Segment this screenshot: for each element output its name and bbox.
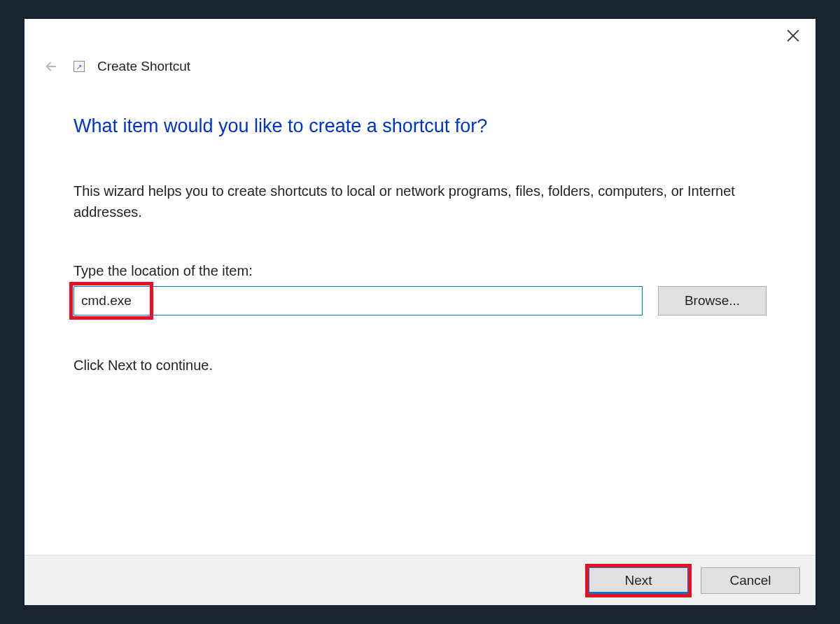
close-icon <box>787 29 799 42</box>
dialog-footer: Next Cancel <box>24 555 816 605</box>
wizard-title: Create Shortcut <box>97 59 190 74</box>
header-row: Create Shortcut <box>24 52 816 80</box>
next-button-wrapper: Next <box>589 567 688 594</box>
cancel-button[interactable]: Cancel <box>701 567 800 594</box>
back-button[interactable] <box>41 57 61 76</box>
close-button[interactable] <box>779 24 807 47</box>
create-shortcut-dialog: Create Shortcut What item would you like… <box>24 19 816 605</box>
next-button[interactable]: Next <box>589 567 688 594</box>
description-text: This wizard helps you to create shortcut… <box>74 180 766 222</box>
titlebar <box>24 19 816 52</box>
input-row: Browse... <box>74 286 766 315</box>
continue-instruction: Click Next to continue. <box>74 357 766 374</box>
content-area: What item would you like to create a sho… <box>24 80 816 555</box>
location-input[interactable] <box>74 286 643 315</box>
location-field-label: Type the location of the item: <box>74 263 766 279</box>
arrow-left-icon <box>43 59 59 74</box>
location-input-wrapper <box>74 286 643 315</box>
browse-button[interactable]: Browse... <box>658 286 766 315</box>
shortcut-icon <box>74 61 85 72</box>
page-heading: What item would you like to create a sho… <box>74 115 766 137</box>
